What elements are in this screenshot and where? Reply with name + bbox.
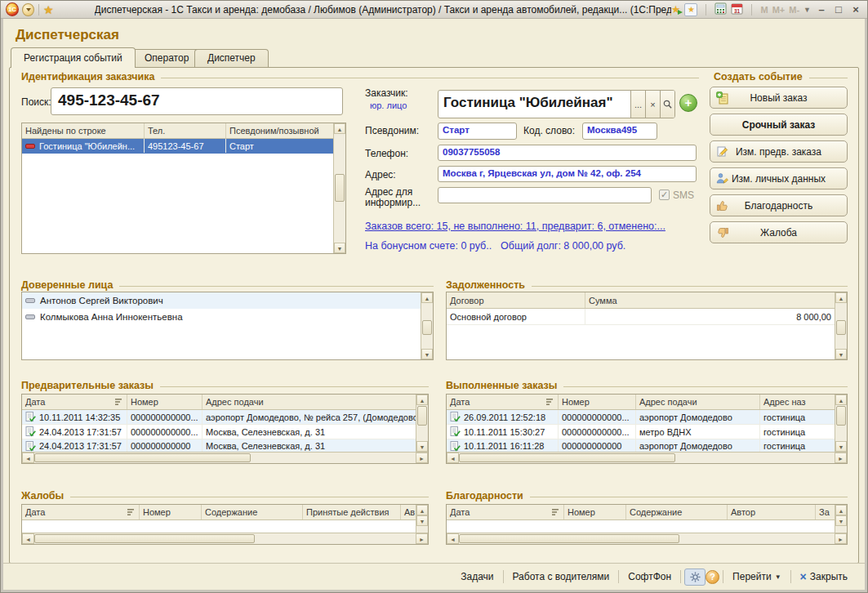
horizontal-scrollbar[interactable]: ◄ ► xyxy=(447,452,847,463)
debt-row[interactable]: Основной договор 8 000,00 xyxy=(447,309,847,325)
horizontal-scrollbar[interactable]: ◄ ► xyxy=(22,452,428,463)
order-row[interactable]: 26.09.2011 12:52:18 000000000000... аэро… xyxy=(447,410,847,425)
close-button[interactable]: ×Закрыть xyxy=(795,568,853,585)
scrollbar-thumb[interactable] xyxy=(459,453,675,462)
column-header-found[interactable]: Найдены по строке xyxy=(22,123,145,138)
tab-dispatcher[interactable]: Диспетчер xyxy=(194,49,269,67)
scroll-down-arrow[interactable]: ▼ xyxy=(416,441,428,452)
address-input[interactable]: Москва г, Ярцевская ул, дом № 42, оф. 25… xyxy=(438,166,697,182)
complaint-button[interactable]: Жалоба xyxy=(710,221,848,243)
column-header-actions[interactable]: Принятые действия xyxy=(303,505,401,519)
sms-checkbox[interactable]: ✓ xyxy=(659,189,670,200)
search-input[interactable]: 495-123-45-67 xyxy=(51,87,343,115)
column-header-date[interactable]: Дата xyxy=(447,505,564,519)
vertical-scrollbar[interactable]: ▲ ▼ xyxy=(835,505,847,533)
chevron-down-icon[interactable]: ▼ xyxy=(803,6,811,14)
column-header-date[interactable]: Дата xyxy=(447,395,559,409)
gratitude-button[interactable]: Благодарность xyxy=(710,194,848,216)
column-header-amount[interactable]: Сумма xyxy=(585,292,835,308)
scroll-down-arrow[interactable]: ▼ xyxy=(416,515,428,526)
vertical-scrollbar[interactable]: ▲ ▼ xyxy=(416,505,428,533)
scrollbar-thumb[interactable] xyxy=(836,406,846,426)
edit-preliminary-order-button[interactable]: Изм. предв. заказа xyxy=(710,140,848,163)
scroll-up-arrow[interactable]: ▲ xyxy=(416,395,428,405)
favorites-list-icon[interactable]: ★ xyxy=(684,3,697,16)
column-header-phone[interactable]: Тел. xyxy=(145,123,226,138)
codeword-input[interactable]: Москва495 xyxy=(582,123,657,140)
column-header-author[interactable]: Автор xyxy=(728,505,816,519)
tasks-button[interactable]: Задачи xyxy=(455,568,499,585)
empty-row[interactable] xyxy=(447,520,847,533)
horizontal-scrollbar[interactable]: ◄ ► xyxy=(22,533,428,544)
scrollbar-thumb[interactable] xyxy=(34,534,255,543)
help-icon[interactable]: ? xyxy=(706,570,719,584)
column-header-order[interactable]: За xyxy=(816,505,835,519)
scroll-left-arrow[interactable]: ◄ xyxy=(22,533,34,544)
trusted-person-row[interactable]: Колмыкова Анна Иннокентьевна xyxy=(22,309,433,325)
column-header-contract[interactable]: Договор xyxy=(447,292,585,308)
search-result-row[interactable]: Гостиница "Юбилейн... 495123-45-67 Старт xyxy=(22,139,345,154)
column-header-date[interactable]: Дата xyxy=(22,395,127,409)
scrollbar-thumb[interactable] xyxy=(459,534,679,543)
vertical-scrollbar[interactable]: ▲ ▼ xyxy=(416,395,428,452)
column-header-date[interactable]: Дата xyxy=(22,505,140,519)
calculator-icon[interactable] xyxy=(714,2,727,17)
column-header-number[interactable]: Номер xyxy=(559,395,636,409)
close-window-button[interactable]: × xyxy=(849,3,862,16)
scroll-up-arrow[interactable]: ▲ xyxy=(421,292,433,303)
scroll-down-arrow[interactable]: ▼ xyxy=(334,243,345,253)
maximize-button[interactable]: □ xyxy=(832,3,845,16)
column-header-destination[interactable]: Адрес наз xyxy=(760,395,835,409)
scroll-up-arrow[interactable]: ▲ xyxy=(416,505,428,515)
drivers-button[interactable]: Работа с водителями xyxy=(507,568,616,585)
customer-input[interactable]: Гостиница "Юбилейная" xyxy=(438,91,630,118)
scrollbar-thumb[interactable] xyxy=(422,320,432,335)
scroll-down-arrow[interactable]: ▼ xyxy=(835,349,847,359)
search-icon[interactable] xyxy=(660,91,674,118)
customer-type-link[interactable]: юр. лицо xyxy=(370,100,407,110)
column-header-number[interactable]: Номер xyxy=(127,395,203,409)
softphone-button[interactable]: СофтФон xyxy=(622,568,677,585)
urgent-order-button[interactable]: Срочный заказ xyxy=(710,114,848,136)
memory-subtract-button[interactable]: M- xyxy=(789,5,799,15)
scrollbar-thumb[interactable] xyxy=(34,453,251,462)
memory-add-button[interactable]: M+ xyxy=(772,5,786,15)
clear-icon[interactable]: × xyxy=(645,91,660,118)
column-header-content[interactable]: Содержание xyxy=(626,505,728,519)
new-order-button[interactable]: Новый заказ xyxy=(710,87,848,109)
scroll-up-arrow[interactable]: ▲ xyxy=(835,505,847,515)
favorites-star-icon[interactable]: ★ xyxy=(43,3,54,16)
tab-event-registration[interactable]: Регистрация событий xyxy=(11,47,136,68)
order-row[interactable]: 24.04.2013 17:31:57 000000000000... Моск… xyxy=(22,425,428,439)
phone-input[interactable]: 09037755058 xyxy=(438,145,697,161)
add-customer-button[interactable]: + xyxy=(679,94,697,112)
scroll-right-arrow[interactable]: ► xyxy=(416,453,428,463)
scroll-left-arrow[interactable]: ◄ xyxy=(447,533,459,544)
scroll-down-arrow[interactable]: ▼ xyxy=(835,441,847,452)
vertical-scrollbar[interactable]: ▲ ▼ xyxy=(835,395,847,452)
select-icon[interactable]: ... xyxy=(630,91,645,118)
column-header-content[interactable]: Содержание xyxy=(202,505,303,519)
scrollbar-thumb[interactable] xyxy=(417,406,427,426)
scroll-up-arrow[interactable]: ▲ xyxy=(835,395,847,405)
settings-button[interactable] xyxy=(684,568,706,586)
trusted-person-row[interactable]: Антонов Сергей Викторович xyxy=(22,292,433,309)
order-row[interactable]: 10.11.2011 15:30:27 000000000000... метр… xyxy=(447,425,847,439)
vertical-scrollbar[interactable]: ▲ ▼ xyxy=(421,292,433,359)
scroll-right-arrow[interactable]: ► xyxy=(835,533,847,544)
scroll-left-arrow[interactable]: ◄ xyxy=(22,453,34,463)
memory-recall-button[interactable]: M xyxy=(760,5,768,15)
scroll-up-arrow[interactable]: ▲ xyxy=(334,123,345,134)
scrollbar-thumb[interactable] xyxy=(335,174,345,202)
column-header-address[interactable]: Адрес подачи xyxy=(636,395,760,409)
vertical-scrollbar[interactable]: ▲ ▼ xyxy=(835,292,847,359)
info-address-input[interactable] xyxy=(438,187,652,203)
column-header-author[interactable]: Ав xyxy=(401,505,416,519)
column-header-alias[interactable]: Псевдоним/позывной xyxy=(226,123,333,138)
scrollbar-thumb[interactable] xyxy=(836,320,846,335)
column-header-address[interactable]: Адрес подачи xyxy=(203,395,416,409)
edit-personal-data-button[interactable]: Изм. личных данных xyxy=(710,167,848,189)
vertical-scrollbar[interactable]: ▲ ▼ xyxy=(333,123,345,253)
scroll-right-arrow[interactable]: ► xyxy=(416,533,428,544)
empty-row[interactable] xyxy=(22,520,428,533)
